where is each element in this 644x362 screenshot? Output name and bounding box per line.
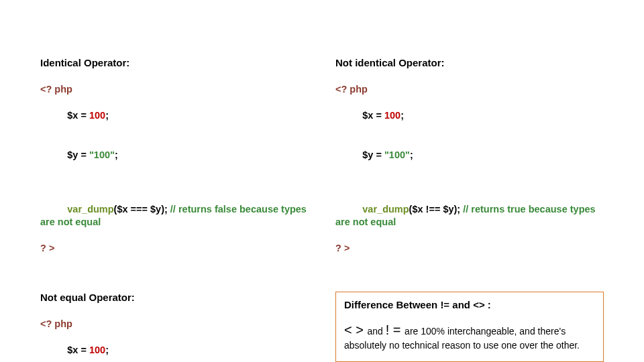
php-close: ? > — [335, 243, 350, 253]
code-text: ; — [410, 149, 413, 160]
code-text: ; — [115, 149, 118, 160]
code-text: $x = — [67, 110, 89, 121]
code-text: $x = — [362, 110, 384, 121]
code-text: ($x !== $y); — [409, 204, 464, 215]
code-text: $y = — [362, 149, 384, 160]
section-notidentical: Not identical Operator: <? php $x = 100;… — [335, 57, 604, 270]
code-text: $y = — [67, 149, 89, 160]
code-number: 100 — [89, 110, 105, 121]
code-notequal: <? php $x = 100; $y = "100"; — [40, 318, 309, 362]
code-text: ; — [105, 110, 109, 121]
code-identical-dump: var_dump($x === $y); // returns false be… — [40, 190, 309, 255]
page: Identical Operator: <? php $x = 100; $y … — [0, 0, 644, 362]
code-text: ; — [105, 345, 109, 355]
text: and — [367, 326, 385, 337]
php-close: ? > — [40, 243, 54, 253]
code-text: $x = — [67, 345, 89, 355]
php-open: <? php — [335, 84, 368, 95]
code-notidentical: <? php $x = 100; $y = "100"; — [335, 83, 604, 175]
section-identical: Identical Operator: <? php $x = 100; $y … — [40, 57, 309, 270]
heading-difference: Difference Between != and <> : — [344, 299, 595, 310]
right-column: Not identical Operator: <? php $x = 100;… — [335, 57, 604, 362]
heading-notidentical: Not identical Operator: — [335, 57, 604, 68]
code-string: "100" — [384, 149, 410, 160]
code-string: "100" — [89, 149, 115, 160]
difference-box: Difference Between != and <> : < > and !… — [335, 292, 604, 362]
fn-name: var_dump — [67, 204, 113, 215]
code-number: 100 — [384, 110, 400, 121]
php-open: <? php — [40, 318, 72, 329]
code-identical: <? php $x = 100; $y = "100"; — [40, 83, 309, 175]
fn-name: var_dump — [362, 204, 409, 215]
code-notidentical-dump: var_dump($x !== $y); // returns true bec… — [335, 190, 604, 255]
heading-notequal: Not equal Operator: — [40, 292, 309, 303]
code-text: ($x === $y); — [114, 204, 170, 215]
left-column: Identical Operator: <? php $x = 100; $y … — [40, 57, 309, 362]
heading-identical: Identical Operator: — [40, 57, 309, 68]
symbol-ltgt: < > — [344, 322, 367, 337]
php-open: <? php — [40, 84, 72, 95]
symbol-noteq: ! = — [386, 322, 405, 337]
code-number: 100 — [89, 345, 105, 355]
difference-body: < > and ! = are 100% interchangeable, an… — [344, 321, 595, 352]
code-text: ; — [400, 110, 404, 121]
section-notequal: Not equal Operator: <? php $x = 100; $y … — [40, 292, 309, 362]
